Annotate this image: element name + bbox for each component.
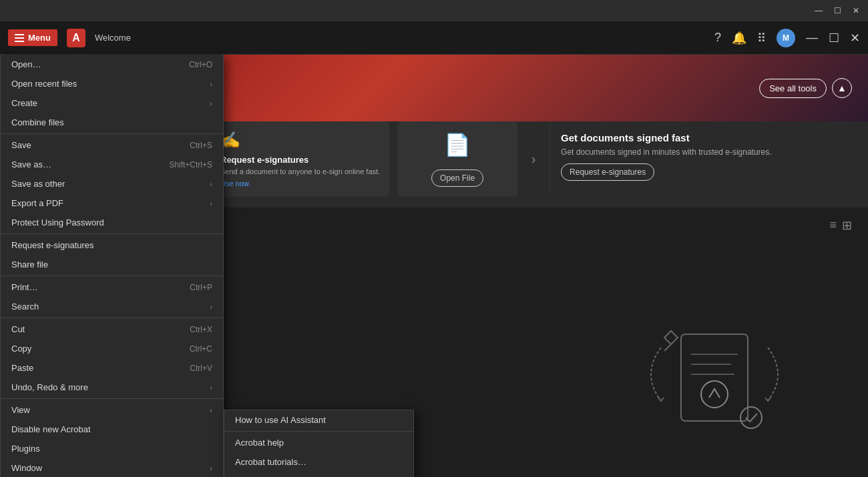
main-toolbar: Menu A Welcome ? 🔔 ⠿ M — ☐ ✕ (0, 21, 868, 55)
menu-item-cut-label: Cut (11, 324, 25, 334)
menu-item-search-label: Search (11, 302, 39, 312)
list-view-button[interactable]: ≡ (829, 218, 837, 233)
menu-item-save-as-label: Save as… (11, 159, 51, 169)
menu-button[interactable]: Menu (8, 29, 57, 46)
menu-item-undo-redo[interactable]: Undo, Redo & more › (1, 378, 223, 397)
menu-item-save-other-label: Save as other (11, 179, 65, 189)
maximize-button[interactable]: ☐ (832, 5, 843, 16)
grid-view-button[interactable]: ⊞ (842, 218, 852, 233)
menu-item-protect[interactable]: Protect Using Password (1, 213, 223, 232)
avatar[interactable]: M (777, 29, 795, 47)
welcome-text: Welcome (95, 33, 709, 43)
see-all-tools-button[interactable]: See all tools (759, 79, 827, 98)
menu-item-open-recent[interactable]: Open recent files › (1, 74, 223, 93)
menu-item-save-as[interactable]: Save as… Shift+Ctrl+S (1, 155, 223, 174)
esignatures-name: Request e-signatures (220, 155, 380, 165)
close-window-button[interactable]: ✕ (850, 31, 860, 45)
menu-item-print-shortcut: Ctrl+P (190, 283, 212, 292)
menu-item-paste-shortcut: Ctrl+V (190, 364, 212, 373)
search-arrow: › (210, 303, 212, 311)
svg-line-6 (664, 344, 671, 351)
menu-item-view-label: View (11, 405, 30, 415)
menu-item-open-shortcut: Ctrl+O (189, 60, 212, 69)
menu-item-search[interactable]: Search › (1, 297, 223, 316)
promo-request-esignatures-button[interactable]: Request e-signatures (561, 163, 654, 181)
separator-1 (1, 133, 223, 134)
menu-item-view[interactable]: View › (1, 400, 223, 420)
esignatures-icon: ✍ (220, 131, 380, 149)
open-file-card[interactable]: 📄 Open File (397, 121, 517, 197)
menu-item-print-label: Print… (11, 282, 38, 292)
menu-item-copy-label: Copy (11, 344, 31, 354)
menu-item-save[interactable]: Save Ctrl+S (1, 135, 223, 155)
close-button[interactable]: ✕ (851, 5, 861, 16)
menu-item-disable-acrobat[interactable]: Disable new Acrobat (1, 420, 223, 439)
menu-item-save-label: Save (11, 140, 31, 150)
help-item-ai-assistant[interactable]: How to use AI Assistant (224, 410, 413, 430)
undo-redo-arrow: › (210, 384, 212, 392)
menu-item-plugins-label: Plugins (11, 444, 40, 454)
menu-item-share-file-label: Share file (11, 260, 48, 270)
separator-4 (1, 318, 223, 318)
notifications-button[interactable]: 🔔 (732, 31, 746, 45)
menu-item-save-other[interactable]: Save as other › (1, 174, 223, 193)
minimize-button[interactable]: — (813, 5, 824, 16)
menu-item-cut[interactable]: Cut Ctrl+X (1, 320, 223, 339)
toolbar-right: ? 🔔 ⠿ M — ☐ ✕ (714, 29, 860, 47)
illustration-area (628, 294, 828, 464)
help-submenu: How to use AI Assistant Acrobat help Acr… (224, 410, 414, 477)
apps-button[interactable]: ⠿ (757, 31, 766, 45)
esignatures-use-now[interactable]: Use now. (220, 179, 380, 187)
menu-item-window[interactable]: Window › (1, 458, 223, 477)
titlebar-controls: — ☐ ✕ (813, 5, 861, 16)
hero-actions: See all tools ▲ (759, 78, 852, 98)
minimize-window-button[interactable]: — (806, 31, 818, 45)
menu-item-create[interactable]: Create › (1, 93, 223, 113)
menu-item-combine-label: Combine files (11, 117, 64, 127)
help-item-acrobat-help[interactable]: Acrobat help (224, 433, 413, 452)
acrobat-logo: A (67, 29, 85, 47)
help-item-acrobat-help-label: Acrobat help (235, 438, 284, 448)
maximize-window-button[interactable]: ☐ (829, 31, 839, 45)
menu-item-request-esig[interactable]: Request e-signatures (1, 235, 223, 255)
svg-point-5 (740, 407, 762, 428)
menu-item-export-label: Export a PDF (11, 198, 63, 208)
illustration-svg (628, 294, 828, 461)
help-item-feedback[interactable]: Share feedback (224, 472, 413, 477)
open-file-button[interactable]: Open File (431, 169, 483, 187)
export-arrow: › (210, 199, 212, 207)
menu-item-save-as-shortcut: Shift+Ctrl+S (169, 160, 212, 169)
menu-item-export-pdf[interactable]: Export a PDF › (1, 193, 223, 213)
svg-point-4 (701, 381, 728, 408)
menu-label: Menu (28, 33, 51, 43)
menu-item-open[interactable]: Open… Ctrl+O (1, 55, 223, 74)
separator-3 (1, 276, 223, 276)
collapse-button[interactable]: ▲ (832, 78, 852, 98)
window-arrow: › (210, 464, 212, 472)
menu-item-copy[interactable]: Copy Ctrl+C (1, 339, 223, 358)
menu-item-share-file[interactable]: Share file (1, 255, 223, 274)
menu-item-open-recent-label: Open recent files (11, 79, 77, 89)
menu-item-cut-shortcut: Ctrl+X (190, 325, 212, 334)
request-esignatures-card[interactable]: ✍ Request e-signatures Send a document t… (211, 121, 389, 197)
help-item-tutorials-label: Acrobat tutorials… (235, 457, 306, 467)
menu-item-plugins[interactable]: Plugins (1, 439, 223, 458)
promo-card: Get documents signed fast Get documents … (550, 121, 783, 197)
help-icon-button[interactable]: ? (714, 31, 721, 45)
help-sep-1 (224, 431, 413, 432)
menu-item-create-label: Create (11, 98, 37, 108)
menu-item-combine-files[interactable]: Combine files (1, 113, 223, 132)
help-item-ai-assistant-label: How to use AI Assistant (235, 415, 326, 425)
menu-item-undo-redo-label: Undo, Redo & more (11, 382, 88, 392)
help-item-tutorials[interactable]: Acrobat tutorials… (224, 452, 413, 472)
menu-item-paste[interactable]: Paste Ctrl+V (1, 358, 223, 378)
menu-item-save-shortcut: Ctrl+S (190, 141, 212, 150)
menu-item-window-label: Window (11, 463, 42, 473)
separator-5 (1, 398, 223, 399)
promo-title: Get documents signed fast (561, 132, 772, 143)
create-arrow: › (210, 99, 212, 107)
view-arrow: › (210, 406, 212, 414)
menu-item-disable-acrobat-label: Disable new Acrobat (11, 424, 91, 434)
next-arrow[interactable]: › (525, 121, 541, 197)
menu-item-print[interactable]: Print… Ctrl+P (1, 278, 223, 297)
